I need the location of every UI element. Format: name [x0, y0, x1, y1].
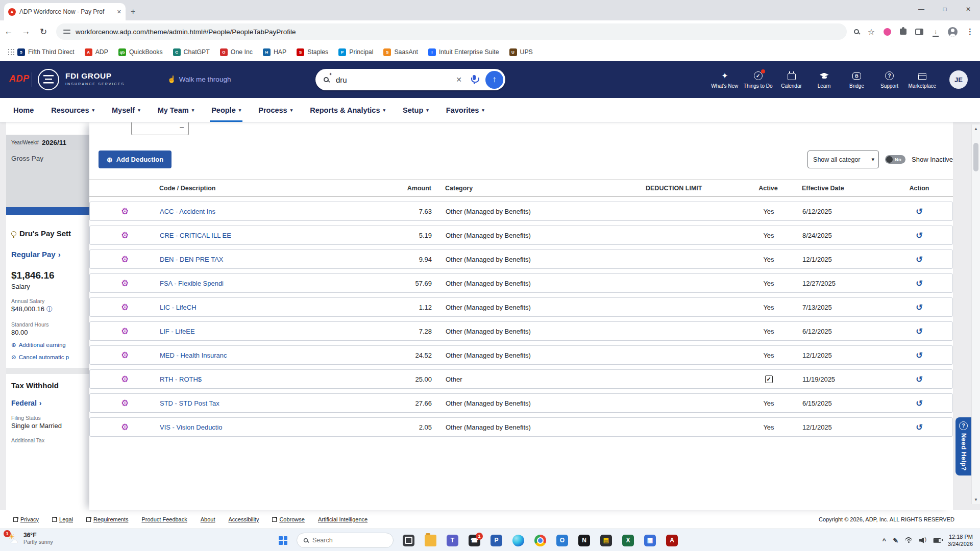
gear-icon[interactable]: ⚙	[121, 231, 129, 240]
need-help-button[interactable]: ? Need Help?	[955, 417, 971, 475]
footer-link-requirements[interactable]: Requirements	[86, 516, 128, 522]
history-icon[interactable]: ↺	[916, 255, 922, 264]
deduction-code-link[interactable]: LIF - LifeEE	[160, 328, 195, 335]
global-search[interactable]: ✦ ✕ ↑	[315, 69, 505, 90]
bookmark-item[interactable]: 5 Fifth Third Direct	[17, 48, 75, 56]
pen-icon[interactable]: ✎	[893, 537, 898, 544]
column-effective-date[interactable]: Effective Date	[794, 185, 886, 192]
minimize-button[interactable]: —	[910, 0, 933, 18]
column-category[interactable]: Category	[431, 185, 646, 192]
page-scrollbar[interactable]: ▲ ▼	[971, 124, 980, 504]
volume-icon[interactable]	[919, 538, 926, 543]
bookmark-item[interactable]: I Intuit Enterprise Suite	[428, 48, 499, 56]
site-info-icon[interactable]	[63, 29, 70, 35]
deduction-code-link[interactable]: STD - STD Post Tax	[160, 399, 219, 407]
browser-menu-icon[interactable]: ⋮	[966, 27, 974, 36]
nav-item-my-team[interactable]: My Team ▾	[158, 98, 194, 122]
nav-item-resources[interactable]: Resources ▾	[51, 98, 94, 122]
search-submit-button[interactable]: ↑	[485, 71, 503, 89]
back-button[interactable]: ←	[0, 27, 17, 37]
history-icon[interactable]: ↺	[916, 351, 922, 360]
address-bar[interactable]	[56, 23, 847, 40]
taskbar-app-task-view[interactable]	[403, 535, 414, 546]
history-icon[interactable]: ↺	[916, 303, 922, 312]
nav-item-setup[interactable]: Setup ▾	[403, 98, 429, 122]
footer-link-artificial-intelligence[interactable]: Artificial Intelligence	[318, 516, 368, 522]
browser-profile-avatar[interactable]	[948, 27, 958, 37]
taskbar-app-outlook[interactable]: O	[556, 535, 568, 546]
taskbar-search[interactable]	[297, 533, 394, 548]
regular-pay-link[interactable]: Regular Pay ›	[6, 250, 89, 259]
microphone-icon[interactable]	[469, 74, 479, 85]
taskbar-app-teams[interactable]: T	[447, 535, 458, 546]
footer-link-accessibility[interactable]: Accessibility	[229, 516, 259, 522]
quick-icon-learn[interactable]: Learn	[811, 71, 838, 89]
column-code-description[interactable]: Code / Description	[159, 185, 365, 192]
nav-item-home[interactable]: Home	[13, 98, 34, 122]
partial-dropdown[interactable]: –	[131, 122, 189, 135]
apps-grid-icon[interactable]	[8, 49, 9, 50]
user-avatar[interactable]: JE	[949, 70, 968, 89]
deduction-code-link[interactable]: ACC - Accident Ins	[160, 208, 215, 215]
new-tab-button[interactable]: +	[131, 7, 135, 16]
category-filter-dropdown[interactable]: Show all categor ▾	[807, 151, 879, 168]
column-amount[interactable]: Amount	[365, 185, 431, 192]
adp-logo[interactable]: ADP	[9, 73, 30, 84]
taskbar-app-excel[interactable]: X	[622, 535, 634, 546]
gear-icon[interactable]: ⚙	[121, 350, 129, 360]
deduction-code-link[interactable]: RTH - ROTH$	[160, 375, 202, 383]
deduction-code-link[interactable]: LIC - LifeCH	[160, 304, 197, 311]
footer-link-legal[interactable]: Legal	[52, 516, 73, 522]
quick-icon-things-to-do[interactable]: ✓ Things to Do	[744, 71, 773, 89]
forward-button[interactable]: →	[17, 27, 35, 37]
history-icon[interactable]: ↺	[916, 207, 922, 216]
history-icon[interactable]: ↺	[916, 399, 922, 408]
quick-icon-bridge[interactable]: B Bridge	[843, 71, 871, 89]
bookmark-item[interactable]: O One Inc	[220, 48, 253, 56]
bookmark-item[interactable]: C ChatGPT	[173, 48, 210, 56]
bookmark-item[interactable]: U UPS	[509, 48, 533, 56]
gear-icon[interactable]: ⚙	[121, 279, 129, 288]
url-input[interactable]	[76, 28, 840, 36]
bookmark-star-icon[interactable]: ☆	[868, 27, 875, 37]
taskbar-clock[interactable]: 12:18 PM 3/24/2026	[948, 533, 973, 547]
history-icon[interactable]: ↺	[916, 231, 922, 240]
taskbar-app-calculator[interactable]: ▦	[644, 535, 656, 546]
history-icon[interactable]: ↺	[916, 327, 922, 336]
footer-link-cobrowse[interactable]: Cobrowse	[272, 516, 305, 522]
taskbar-app-sticky-notes[interactable]: ▤	[600, 535, 612, 546]
bookmark-item[interactable]: qb QuickBooks	[118, 48, 163, 56]
column-deduction-limit[interactable]: DEDUCTION LIMIT	[646, 185, 743, 192]
quick-icon-marketplace[interactable]: Marketplace	[909, 71, 936, 89]
deduction-code-link[interactable]: FSA - Flexible Spendi	[160, 280, 224, 287]
info-icon[interactable]: ⓘ	[46, 306, 53, 313]
gear-icon[interactable]: ⚙	[121, 398, 129, 408]
deduction-code-link[interactable]: MED - Health Insuranc	[160, 352, 227, 359]
wifi-icon[interactable]	[905, 537, 913, 543]
footer-link-about[interactable]: About	[201, 516, 215, 522]
bookmark-item[interactable]: H HAP	[263, 48, 286, 56]
deduction-code-link[interactable]: DEN - DEN PRE TAX	[160, 256, 223, 263]
cancel-automatic-link[interactable]: ⊘ Cancel automatic p	[6, 354, 89, 361]
gear-icon[interactable]: ⚙	[121, 255, 129, 264]
taskbar-app-file-explorer[interactable]	[425, 535, 436, 546]
gear-icon[interactable]: ⚙	[121, 327, 129, 336]
taskbar-app-people-app[interactable]: P	[491, 535, 502, 546]
walk-me-through-link[interactable]: ☝ Walk me through	[167, 75, 231, 83]
taskbar-app-notion[interactable]: N	[578, 535, 590, 546]
clear-search-icon[interactable]: ✕	[456, 76, 462, 84]
browser-tab[interactable]: A ADP Workforce Now - Pay Prof ✕	[4, 3, 126, 20]
reload-button[interactable]: ↻	[35, 27, 52, 37]
search-input[interactable]	[336, 76, 449, 84]
footer-link-product-feedback[interactable]: Product Feedback	[141, 516, 187, 522]
column-active[interactable]: Active	[743, 185, 794, 192]
scroll-down-arrow-icon[interactable]: ▼	[972, 497, 980, 502]
history-icon[interactable]: ↺	[916, 279, 922, 288]
additional-earnings-link[interactable]: ⊕ Additional earning	[6, 341, 89, 348]
nav-item-people[interactable]: People ▾	[211, 98, 241, 122]
quick-icon-whats-new[interactable]: ✦ What's New	[711, 71, 739, 89]
nav-item-favorites[interactable]: Favorites ▾	[446, 98, 484, 122]
extensions-puzzle-icon[interactable]	[900, 29, 906, 35]
nav-item-process[interactable]: Process ▾	[258, 98, 292, 122]
scrollbar-thumb[interactable]	[973, 143, 978, 171]
